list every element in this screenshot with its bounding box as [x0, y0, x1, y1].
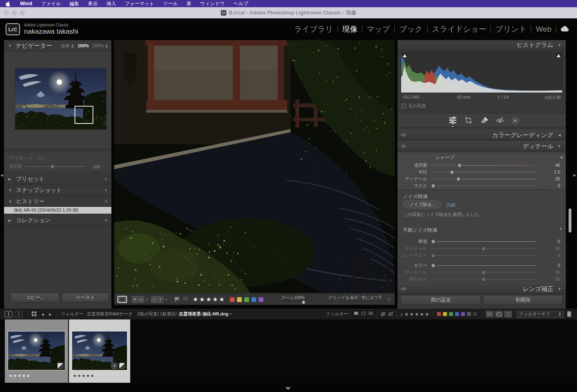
copy-button[interactable]: コピー... — [10, 293, 59, 303]
main-photo-canvas[interactable] — [114, 40, 395, 293]
zoom-slider[interactable] — [271, 301, 315, 304]
collapse-icon[interactable]: ▶ — [8, 218, 12, 222]
loupe-view-icon[interactable] — [117, 296, 127, 303]
hide-filmstrip-icon[interactable] — [285, 387, 291, 390]
filter-unedited-icon[interactable] — [388, 311, 393, 317]
filter-meta-view-button[interactable] — [504, 311, 512, 317]
previous-photo-icon[interactable]: ◄ — [40, 312, 45, 317]
reset-button[interactable]: 初期化 — [483, 295, 563, 305]
filter-color-chip-1[interactable] — [443, 312, 447, 316]
module-print[interactable]: プリント — [491, 24, 531, 34]
collapse-icon[interactable]: ▼ — [8, 188, 12, 192]
denoise-detail-link[interactable]: 詳細 — [446, 202, 455, 208]
expand-icon[interactable]: ◀ — [557, 133, 562, 137]
pick-flag-icon[interactable] — [174, 297, 180, 302]
color-label-chip-4[interactable] — [258, 297, 264, 302]
color-label-chip-0[interactable] — [230, 297, 235, 302]
color-grading-header[interactable]: カラーグレーディング ◀ — [397, 130, 566, 140]
filter-color-chip-3[interactable] — [455, 312, 459, 316]
highlight-clipping-icon[interactable] — [556, 53, 561, 59]
luminance-detail-slider[interactable] — [431, 247, 536, 251]
checkbox-icon[interactable] — [401, 104, 406, 108]
sharpen-preview-icon[interactable]: ◀ — [560, 155, 563, 159]
previous-settings-button[interactable]: 前の設定 — [401, 295, 481, 305]
navigator-header[interactable]: ▼ ナビゲーター 全体 100% 200% — [4, 40, 111, 51]
filter-label-view-button[interactable] — [495, 311, 503, 317]
sharpen-detail-slider[interactable] — [431, 177, 536, 181]
collapse-icon[interactable]: ▼ — [8, 44, 12, 48]
sharpen-radius-slider[interactable] — [431, 170, 536, 174]
filmstrip-thumb-1[interactable]: ★★★★★ — [5, 319, 68, 383]
paste-button[interactable]: ペースト — [62, 293, 109, 303]
hide-right-panel-icon[interactable]: ▶ — [573, 171, 576, 178]
thumb-rating-stars[interactable]: ★★★★★ — [9, 374, 31, 378]
filter-flag-view-button[interactable] — [486, 311, 494, 317]
section-snapshots[interactable]: ▼ スナップショット + — [4, 185, 111, 196]
detail-header[interactable]: ディテール ▼ — [397, 141, 566, 152]
active-view-icon[interactable]: A — [138, 296, 144, 303]
histogram-header[interactable]: ヒストグラム ▼ — [397, 40, 566, 51]
sharpen-amount-slider[interactable] — [431, 164, 536, 167]
panel-scrollbar[interactable] — [569, 208, 571, 232]
collapse-icon[interactable]: ▼ — [557, 287, 562, 291]
second-window-button[interactable]: 2 — [15, 311, 22, 317]
module-web[interactable]: Web — [531, 25, 556, 34]
collapse-icon[interactable]: ▼ — [8, 200, 12, 204]
reference-view-icon[interactable]: R — [132, 296, 138, 303]
module-map[interactable]: マップ — [362, 24, 394, 34]
filter-flagged-icon[interactable] — [354, 312, 359, 317]
collapse-icon[interactable]: ▶ — [8, 177, 12, 181]
filmstrip-thumb-2-selected[interactable]: ★★★★★ ✦ — [69, 319, 130, 383]
filmstrip-filename[interactable]: 忠霊塔夜景-強化-NR.dng — [179, 311, 228, 317]
menu-window[interactable]: ウィンドウ — [196, 0, 229, 7]
menu-tools[interactable]: ツール — [159, 0, 182, 7]
denoise-button[interactable]: ノイズ除去... — [403, 200, 442, 208]
panel-toggle-eye-icon[interactable] — [401, 143, 406, 150]
clear-history-icon[interactable]: × — [104, 198, 107, 204]
history-item-selected[interactable]: 強化 NR-50 (2024/06/23 1:29:38) — [4, 207, 111, 214]
masking-tool-icon[interactable] — [511, 116, 520, 127]
lens-corrections-header[interactable]: レンズ補正 ▼ — [397, 284, 566, 294]
filter-color-chip-4[interactable] — [461, 312, 465, 316]
nav-zoom-fit[interactable]: 全体 — [61, 43, 74, 49]
filter-edited-icon[interactable] — [380, 311, 386, 317]
reject-flag-icon[interactable] — [183, 297, 188, 302]
panel-toggle-eye-icon[interactable] — [401, 285, 406, 293]
collapse-icon[interactable]: ▼ — [557, 144, 562, 148]
toolbar-options-icon[interactable]: ▽ — [387, 293, 390, 305]
filter-color-chip-0[interactable] — [437, 312, 441, 316]
rating-ge-icon[interactable]: ≥ — [400, 312, 403, 317]
red-eye-tool-icon[interactable] — [496, 116, 504, 125]
nav-zoom-200[interactable]: 200% — [93, 43, 108, 48]
color-label-chip-2[interactable] — [244, 297, 249, 302]
show-left-panel-icon[interactable]: ◀ — [0, 171, 3, 178]
module-slideshow[interactable]: スライドショー — [428, 24, 491, 34]
menu-format[interactable]: フォーマット — [121, 0, 159, 7]
basic-adjustments-icon[interactable] — [448, 116, 457, 126]
color-smoothness-slider[interactable] — [431, 277, 536, 281]
grid-size-slider[interactable] — [326, 301, 384, 304]
cloud-sync-icon[interactable] — [556, 25, 571, 34]
filter-rating-stars[interactable]: ★★★★★ — [404, 311, 430, 317]
module-library[interactable]: ライブラリ — [290, 24, 337, 34]
chevron-down-icon[interactable]: ▾ — [146, 298, 148, 301]
panel-toggle-eye-icon[interactable] — [401, 131, 406, 139]
grid-view-icon[interactable] — [32, 311, 36, 317]
navigator-zoom-box[interactable] — [75, 106, 94, 124]
filter-unflagged-icon[interactable] — [361, 312, 366, 317]
menu-view[interactable]: 表示 — [84, 0, 102, 7]
chevron-down-icon[interactable]: ▾ — [230, 312, 232, 316]
thumb-rating-stars[interactable]: ★★★★★ — [73, 374, 95, 378]
add-collection-icon[interactable]: + — [104, 217, 107, 223]
add-preset-icon[interactable]: + — [104, 176, 107, 182]
color-label-chip-3[interactable] — [251, 297, 256, 302]
shadow-clipping-icon[interactable] — [402, 53, 408, 59]
original-photo-toggle[interactable]: 元の写真 — [401, 103, 426, 109]
filmstrip-source-label[interactable]: フォルダー : 忠霊塔夜景RAWデータ — [61, 311, 133, 317]
module-book[interactable]: ブック — [395, 24, 427, 34]
section-presets[interactable]: ▶ プリセット + — [4, 174, 111, 184]
luminance-nr-slider[interactable] — [431, 240, 536, 243]
color-nr-slider[interactable] — [431, 264, 536, 267]
menu-edit[interactable]: 編集 — [65, 0, 84, 7]
menu-table[interactable]: 表 — [182, 0, 196, 7]
